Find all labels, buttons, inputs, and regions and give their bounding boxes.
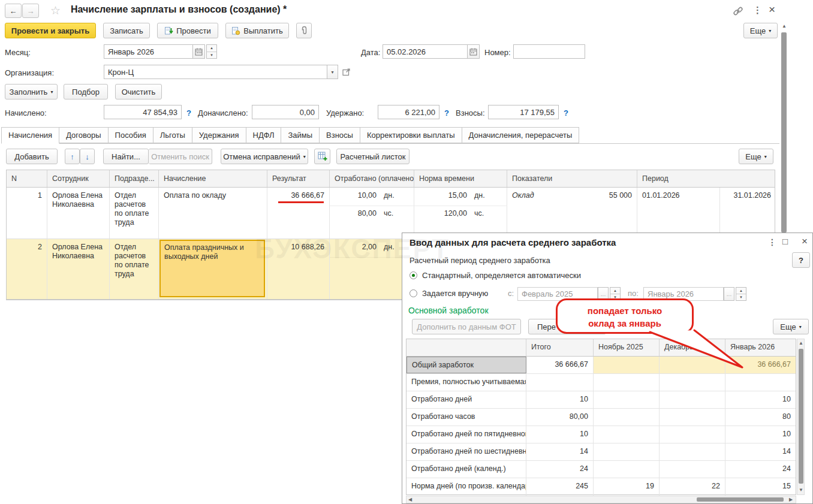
more-button-grid[interactable]: Еще▾ — [739, 149, 773, 164]
radio-manual-period[interactable] — [409, 289, 417, 297]
col-header-accrual[interactable]: Начисление — [159, 170, 267, 187]
window-close-icon[interactable]: × — [769, 3, 775, 16]
dialog-horizontal-scrollbar[interactable]: ◀ ▶ — [406, 496, 796, 503]
dialog-maximize-icon[interactable]: □ — [782, 236, 788, 246]
jan-cell[interactable]: 10 — [725, 391, 796, 408]
cell-employee[interactable]: Орлова Елена Николаевна — [47, 188, 110, 239]
col-header-employee[interactable]: Сотрудник — [47, 170, 110, 187]
cell-accrual[interactable]: Оплата по окладу — [159, 188, 267, 239]
total-cell[interactable]: 24 — [526, 461, 594, 478]
nov-cell[interactable] — [594, 426, 660, 443]
col-header-period[interactable]: Период — [637, 170, 776, 187]
month-stepper[interactable]: ▲▼ — [206, 44, 217, 59]
dec-cell[interactable] — [660, 426, 725, 443]
save-button[interactable]: Записать — [103, 23, 150, 38]
fill-button[interactable]: Заполнить▾ — [5, 84, 58, 99]
get-link-icon[interactable] — [733, 6, 743, 17]
cancel-search-button[interactable]: Отменить поиск — [149, 149, 212, 164]
post-and-close-button[interactable]: Провести и закрыть — [5, 23, 96, 38]
cell-dept[interactable]: Отдел расчетов по оплате труда — [110, 188, 159, 239]
scroll-left-icon[interactable]: ◀ — [408, 497, 412, 502]
cell-period-from[interactable]: 01.01.2026 — [637, 188, 720, 239]
favorite-star-icon[interactable]: ☆ — [50, 4, 61, 17]
payslip-button[interactable]: Расчетный листок — [336, 149, 409, 164]
scroll-down-icon[interactable]: ▼ — [799, 488, 803, 493]
total-cell[interactable]: 14 — [526, 443, 594, 460]
move-up-button[interactable]: ↑ — [65, 149, 80, 164]
contrib-help-icon[interactable]: ? — [564, 108, 568, 117]
nov-cell[interactable] — [594, 391, 660, 408]
earnings-row[interactable]: Отработано дней (календ.) 24 24 — [406, 461, 796, 478]
earnings-row[interactable]: Премия, полностью учитываемая — [406, 374, 796, 391]
contrib-input[interactable]: 17 179,55 — [488, 105, 559, 119]
col-header-n[interactable]: N — [7, 170, 47, 187]
tab-korrektirovki[interactable]: Корректировки выплаты — [360, 127, 462, 143]
organization-open-icon[interactable] — [342, 67, 351, 77]
col-header-indicators[interactable]: Показатели — [507, 170, 637, 187]
earnings-row[interactable]: Отработано часов 80,00 80 — [406, 409, 796, 426]
row-label-cell[interactable]: Отработано дней по шестидневно... — [406, 443, 526, 460]
scrollbar-thumb[interactable] — [799, 349, 803, 484]
nov-cell[interactable] — [594, 443, 660, 460]
cell-accrual-selected[interactable]: Оплата праздничных и выходных дней — [159, 239, 267, 299]
cancel-corrections-button[interactable]: Отмена исправлений▾ — [221, 149, 308, 164]
tab-posobiya[interactable]: Пособия — [109, 127, 153, 143]
month-calendar-icon[interactable] — [192, 44, 205, 59]
more-button-dialog[interactable]: Еще▾ — [773, 319, 809, 334]
organization-input[interactable]: Крон-Ц — [104, 65, 327, 79]
col-header-dept[interactable]: Подразде... — [110, 170, 159, 187]
dec-cell[interactable]: 22 — [660, 478, 725, 496]
radio-standard-period[interactable] — [409, 271, 417, 279]
dec-cell[interactable] — [660, 461, 725, 478]
total-cell[interactable]: 36 666,67 — [526, 357, 594, 373]
col-header-total[interactable]: Итого — [526, 339, 594, 356]
nov-cell[interactable] — [594, 461, 660, 478]
tab-uderzhaniya[interactable]: Удержания — [192, 127, 246, 143]
find-button[interactable]: Найти... — [103, 149, 149, 164]
total-cell[interactable]: 80,00 — [526, 409, 594, 425]
accrued-input[interactable]: 47 854,93 — [104, 105, 182, 119]
cell-employee[interactable]: Орлова Елена Николаевна — [47, 239, 110, 299]
accrued-help-icon[interactable]: ? — [186, 108, 191, 117]
nov-cell[interactable] — [594, 409, 660, 425]
attachments-button[interactable] — [296, 23, 312, 38]
tab-dogovory[interactable]: Договоры — [59, 127, 108, 143]
month-input[interactable]: Январь 2026 — [104, 44, 193, 59]
organization-dropdown-icon[interactable]: ▾ — [327, 65, 338, 79]
cell-result[interactable]: 36 666,67 — [267, 188, 330, 239]
dec-cell[interactable] — [660, 391, 725, 408]
cell-norm[interactable]: 15,00 дн. 120,00 чс. — [414, 188, 507, 239]
earnings-row[interactable]: Норма дней (по произв. календар... 245 1… — [406, 478, 796, 496]
tab-zaymy[interactable]: Займы — [281, 127, 320, 143]
earnings-row[interactable]: Отработано дней по пятидневной ... 10 10 — [406, 426, 796, 443]
back-button[interactable]: ← — [5, 4, 22, 18]
date-calendar-icon[interactable] — [467, 44, 480, 59]
scroll-right-icon[interactable]: ▶ — [789, 497, 793, 502]
cell-period-to[interactable]: 31.01.2026 — [720, 188, 776, 239]
cell-n[interactable]: 1 — [7, 188, 47, 239]
to-stepper[interactable]: ▲▼ — [736, 287, 746, 301]
clear-button[interactable]: Очистить — [115, 84, 162, 99]
cell-dept[interactable]: Отдел расчетов по оплате труда — [110, 239, 159, 299]
col-header-worked[interactable]: Отработано (оплачено) — [330, 170, 414, 187]
tab-lgoty[interactable]: Льготы — [153, 127, 192, 143]
jan-cell[interactable]: 14 — [725, 443, 796, 460]
fill-from-fot-button[interactable]: Дополнить по данным ФОТ — [412, 319, 521, 334]
row-label-cell[interactable]: Общий заработок — [406, 357, 526, 373]
row-label-cell[interactable]: Премия, полностью учитываемая — [406, 374, 526, 391]
grid-row-1[interactable]: 1 Орлова Елена Николаевна Отдел расчетов… — [6, 188, 775, 239]
to-ellipsis-button[interactable]: ... — [724, 287, 734, 301]
tab-nachisleniya[interactable]: Начисления — [1, 127, 59, 144]
number-input[interactable] — [513, 44, 585, 59]
scrollbar-thumb[interactable] — [697, 497, 784, 502]
cell-worked[interactable]: 10,00 дн. 80,00 чс. — [330, 188, 414, 239]
main-vertical-scrollbar[interactable] — [781, 32, 787, 233]
total-cell[interactable]: 10 — [526, 391, 594, 408]
total-cell[interactable]: 245 — [526, 478, 594, 496]
col-header-empty[interactable] — [406, 339, 526, 356]
pick-button[interactable]: Подбор — [64, 84, 108, 99]
move-down-button[interactable]: ↓ — [80, 149, 95, 164]
scroll-up-icon[interactable]: ▲ — [799, 341, 803, 346]
forward-button[interactable]: → — [22, 4, 39, 18]
more-button-main[interactable]: Еще▾ — [743, 23, 778, 38]
